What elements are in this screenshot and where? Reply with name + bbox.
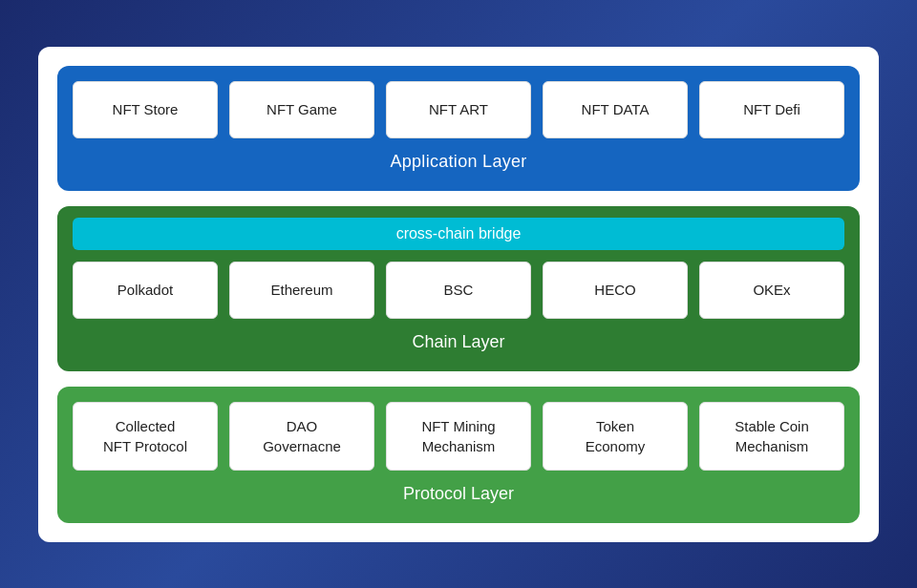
protocol-layer-label: Protocol Layer xyxy=(73,484,844,504)
card-stable-coin: Stable CoinMechanism xyxy=(699,402,844,471)
chain-layer-label: Chain Layer xyxy=(73,332,844,352)
application-layer: NFT Store NFT Game NFT ART NFT DATA NFT … xyxy=(57,66,860,191)
protocol-layer: CollectedNFT Protocol DAOGovernacne NFT … xyxy=(57,387,860,523)
card-token-economy: TokenEconomy xyxy=(543,402,688,471)
card-collected-nft: CollectedNFT Protocol xyxy=(73,402,218,471)
card-dao-governance: DAOGovernacne xyxy=(229,402,374,471)
card-nft-mining: NFT MiningMechanism xyxy=(386,402,531,471)
card-nft-store: NFT Store xyxy=(73,81,218,138)
card-bsc: BSC xyxy=(386,262,531,319)
card-nft-game: NFT Game xyxy=(229,81,374,138)
card-heco: HECO xyxy=(543,262,688,319)
chain-layer: cross-chain bridge Polkadot Ethereum BSC… xyxy=(57,206,860,371)
card-nft-data: NFT DATA xyxy=(543,81,688,138)
app-cards-row: NFT Store NFT Game NFT ART NFT DATA NFT … xyxy=(73,81,844,138)
card-nft-art: NFT ART xyxy=(386,81,531,138)
card-ethereum: Ethereum xyxy=(229,262,374,319)
cross-chain-bridge: cross-chain bridge xyxy=(73,218,844,250)
card-okex: OKEx xyxy=(699,262,844,319)
main-container: NFT Store NFT Game NFT ART NFT DATA NFT … xyxy=(38,47,879,542)
card-polkadot: Polkadot xyxy=(73,262,218,319)
protocol-cards-row: CollectedNFT Protocol DAOGovernacne NFT … xyxy=(73,402,844,471)
app-layer-label: Application Layer xyxy=(73,152,844,172)
chain-cards-row: Polkadot Ethereum BSC HECO OKEx xyxy=(73,262,844,319)
card-nft-defi: NFT Defi xyxy=(699,81,844,138)
